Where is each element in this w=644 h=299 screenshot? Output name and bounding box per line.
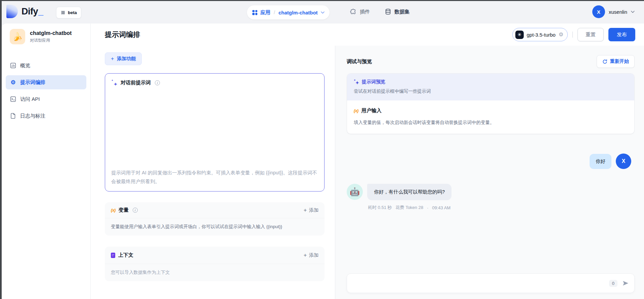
chat-input-bar: 0 [347, 273, 635, 293]
beta-badge: beta [56, 7, 81, 18]
prompt-preview-description: 尝试在对话前提示框中编写一些提示词 [354, 88, 628, 94]
apps-grid-icon [252, 10, 257, 15]
meta-separator: · [427, 205, 428, 210]
prompt-preview-card: ✦ ✦ 提示词预览 尝试在对话前提示框中编写一些提示词 (x) 用户输入 [347, 73, 635, 134]
chat-input[interactable] [352, 280, 609, 286]
send-button[interactable] [622, 280, 629, 287]
add-variable-button[interactable]: + 添加 [304, 207, 318, 213]
topbar: Dify_ beta 应用 / chatglm-chatbot [2, 1, 644, 24]
plus-icon: + [304, 253, 307, 258]
add-feature-label: 添加功能 [117, 56, 136, 62]
user-message-bubble: 你好 [590, 154, 611, 169]
spark-atom-icon [60, 10, 66, 15]
sidebar-item-prompt-eng[interactable]: ⚙ 提示词编排 [6, 75, 86, 89]
prompt-preview-title: 提示词预览 [362, 79, 385, 85]
nav-datasets[interactable]: 数据集 [385, 8, 410, 15]
bot-avatar: 🤖 [347, 184, 363, 200]
plugins-label: 插件 [360, 9, 370, 15]
user-input-section: (x) 用户输入 填入变量的值，每次启动新会话时该变量将自动替换提示词中的变量。 [347, 100, 634, 134]
variables-header: (x) 变量 i + 添加 [105, 202, 325, 218]
puzzle-icon [350, 8, 357, 15]
info-icon[interactable]: i [133, 208, 138, 213]
plus-icon: + [304, 208, 307, 213]
page-title: 提示词编排 [105, 30, 140, 39]
gear-icon: ⚙ [10, 80, 16, 85]
sparkle-icon: ✦ ✦ [111, 80, 118, 86]
context-header: 上下文 + 添加 [105, 247, 325, 264]
file-icon [10, 113, 16, 119]
breadcrumb-section[interactable]: 应用 [260, 9, 270, 16]
context-title: 上下文 [118, 252, 133, 258]
restart-button[interactable]: 重新开始 [597, 55, 635, 68]
chevron-down-icon[interactable] [321, 11, 325, 14]
variables-description: 变量能使用户输入表单引入提示词或开场白，你可以试试在提示词中输入输入 {{inp… [105, 218, 325, 236]
context-card: 上下文 + 添加 您可以导入数据集作为上下文 [105, 247, 325, 281]
user-chat-avatar: X [616, 154, 631, 169]
breadcrumb-app-name[interactable]: chatglm-chatbot [278, 10, 318, 15]
debug-header: 调试与预览 重新开始 [347, 55, 635, 68]
model-name: gpt-3.5-turbo [527, 32, 556, 38]
database-icon [385, 8, 391, 15]
sidebar-item-label: 概览 [20, 62, 30, 69]
add-feature-button[interactable]: + 添加功能 [105, 52, 142, 65]
user-name: xusenlin [609, 9, 627, 15]
app-breadcrumb[interactable]: 应用 / chatglm-chatbot [247, 5, 330, 19]
chevron-down-icon [631, 11, 635, 13]
plus-icon: + [111, 56, 114, 61]
add-context-button[interactable]: + 添加 [304, 252, 318, 258]
sidebar-nav: 概览 ⚙ 提示词编排 访问 API [2, 58, 90, 123]
terminal-icon [10, 96, 16, 102]
openai-logo-icon: ✳ [515, 31, 524, 39]
token-cost-label: 花费 Token 28 [396, 205, 423, 211]
dify-app-window: Dify_ beta 应用 / chatglm-chatbot [0, 0, 644, 299]
user-avatar[interactable]: X [592, 5, 605, 18]
breadcrumb-separator: / [274, 10, 275, 15]
document-icon [111, 253, 115, 258]
sidebar: 🍌 chatglm-chatbot 对话型应用 概览 [2, 24, 91, 299]
user-input-description: 填入变量的值，每次启动新会话时该变量将自动替换提示词中的变量。 [354, 120, 628, 126]
sidebar-item-overview[interactable]: 概览 [6, 58, 86, 73]
pre-prompt-placeholder: 提示词用于对 AI 的回复做出一系列指令和约束。可插入表单变量，例如 {{inp… [111, 168, 318, 186]
divider [572, 32, 573, 38]
user-menu[interactable]: X xusenlin [592, 5, 635, 18]
pre-prompt-editor[interactable]: ✦ ✦ 对话前提示词 i 提示词用于对 AI 的回复做出一系列指令和约束。可插入… [105, 73, 325, 191]
publish-button[interactable]: 发布 [608, 28, 635, 41]
sidebar-item-label: 提示词编排 [20, 79, 45, 86]
beta-label: beta [68, 10, 77, 15]
info-icon[interactable]: i [155, 80, 160, 85]
chat-area: 你好 X 🤖 你好，有什么我可以帮助您的吗? 耗时 0.51 秒 花费 Toke… [347, 134, 635, 293]
variables-card: (x) 变量 i + 添加 变量能使用户输入表单引入提示词或开场白，你可以试试在… [105, 202, 325, 236]
bar-chart-icon [10, 62, 16, 69]
bot-message-meta: 耗时 0.51 秒 花费 Token 28 · 09:43 AM [367, 205, 452, 211]
sidebar-item-label: 日志与标注 [20, 113, 45, 119]
pre-prompt-header: ✦ ✦ 对话前提示词 i [111, 80, 318, 86]
variable-icon: (x) [111, 208, 116, 213]
app-icon: 🍌 [10, 29, 25, 44]
dify-logo[interactable]: Dify_ [6, 5, 43, 18]
window-edge-left [0, 0, 2, 299]
send-icon [622, 280, 629, 287]
sidebar-item-api[interactable]: 访问 API [6, 92, 86, 106]
user-message-row: 你好 X [347, 154, 635, 169]
user-input-title: 用户输入 [361, 108, 382, 114]
char-counter: 0 [609, 280, 617, 287]
main-area: 提示词编排 ✳ gpt-3.5-turbo ⚙ 重置 发布 + [91, 24, 644, 299]
nav-plugins[interactable]: 插件 [350, 8, 370, 15]
context-description: 您可以导入数据集作为上下文 [105, 264, 325, 281]
debug-title: 调试与预览 [347, 58, 372, 65]
bot-message-row: 🤖 你好，有什么我可以帮助您的吗? 耗时 0.51 秒 花费 Token 28 … [347, 184, 635, 211]
sidebar-item-label: 访问 API [20, 96, 40, 102]
latency-label: 耗时 0.51 秒 [368, 205, 392, 211]
variable-icon: (x) [354, 109, 358, 113]
header-actions: ✳ gpt-3.5-turbo ⚙ 重置 发布 [512, 28, 635, 41]
reset-button[interactable]: 重置 [577, 28, 604, 41]
model-settings-gear-icon[interactable]: ⚙ [559, 32, 563, 37]
app-name: chatglm-chatbot [30, 30, 72, 36]
sidebar-item-logs[interactable]: 日志与标注 [6, 109, 86, 123]
model-selector[interactable]: ✳ gpt-3.5-turbo ⚙ [512, 28, 568, 41]
sparkle-icon: ✦ ✦ [354, 79, 359, 85]
app-type-label: 对话型应用 [30, 38, 72, 43]
dify-logo-icon [6, 5, 18, 18]
user-input-title-row: (x) 用户输入 [354, 108, 628, 114]
app-header: 🍌 chatglm-chatbot 对话型应用 [2, 29, 90, 44]
